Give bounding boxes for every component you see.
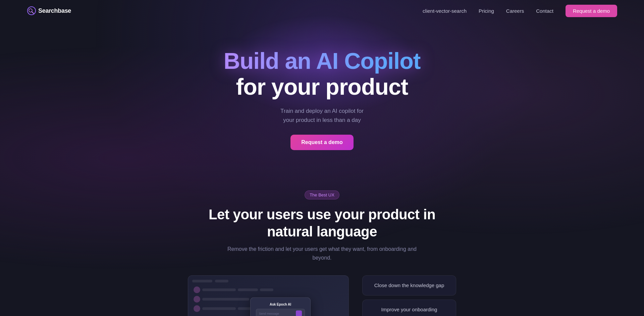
feature-card-knowledge-gap[interactable]: Close down the knowledge gap: [362, 275, 456, 296]
navbar: Searchbase client-vector-search Pricing …: [0, 0, 644, 21]
hero-title-line1: Build an AI Copilot: [7, 48, 637, 74]
feature-card-onboarding[interactable]: Improve your onboarding: [362, 300, 456, 316]
screenshot-panel: Ask Epoch AI Send message Check None Pow…: [188, 275, 349, 316]
mock-dialog: Ask Epoch AI Send message Check None Pow…: [250, 298, 311, 316]
nav-link-contact[interactable]: Contact: [536, 8, 553, 14]
hero-request-demo-button[interactable]: Request a demo: [290, 135, 354, 150]
section-badge: The Best UX: [305, 190, 339, 199]
logo-text: Searchbase: [38, 7, 71, 14]
hero-subtitle: Train and deploy an AI copilot for your …: [7, 106, 637, 125]
nav-request-demo-button[interactable]: Request a demo: [566, 5, 617, 17]
logo[interactable]: Searchbase: [27, 6, 71, 15]
mock-send-button: [296, 311, 302, 316]
mock-input-placeholder: Send message: [259, 312, 279, 315]
features-section: The Best UX Let your users use your prod…: [0, 170, 644, 316]
feature-cards: Close down the knowledge gap Improve you…: [362, 275, 456, 316]
logo-icon: [27, 6, 36, 15]
section-title: Let your users use your product in natur…: [205, 206, 439, 240]
nav-link-careers[interactable]: Careers: [506, 8, 524, 14]
nav-link-pricing[interactable]: Pricing: [479, 8, 494, 14]
svg-line-2: [32, 12, 34, 13]
nav-link-vector-search[interactable]: client-vector-search: [423, 8, 467, 14]
mock-dialog-title: Ask Epoch AI: [256, 303, 305, 306]
hero-title-line2: for your product: [7, 74, 637, 100]
feature-content: Ask Epoch AI Send message Check None Pow…: [121, 275, 523, 316]
nav-links: client-vector-search Pricing Careers Con…: [423, 5, 617, 17]
section-subtitle: Remove the friction and let your users g…: [221, 245, 423, 262]
mock-input: Send message: [256, 309, 305, 316]
mock-row: [192, 286, 344, 294]
hero-section: Build an AI Copilot for your product Tra…: [0, 21, 644, 170]
